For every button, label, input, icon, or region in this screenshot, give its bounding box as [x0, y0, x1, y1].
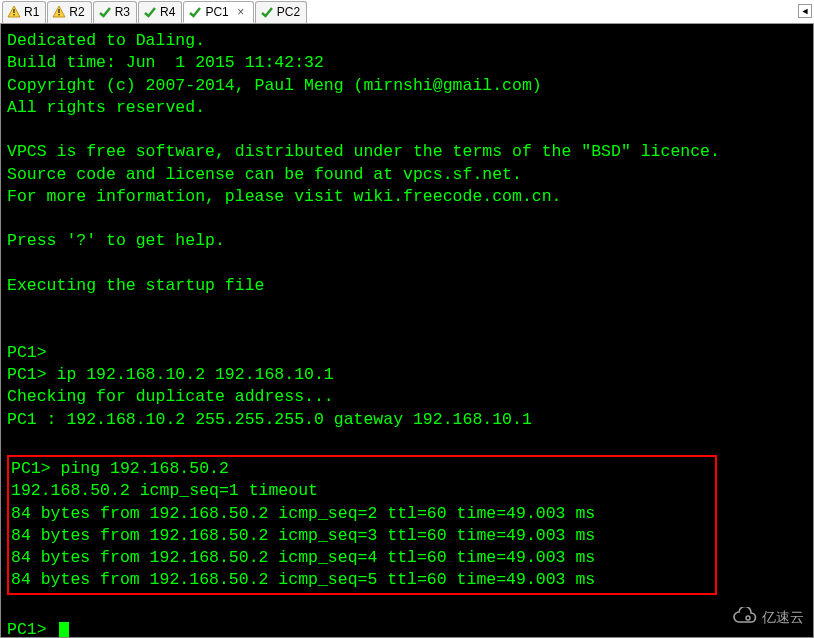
tab-r2[interactable]: R2	[47, 1, 91, 23]
svg-rect-2	[13, 14, 14, 15]
terminal-line: Source code and license can be found at …	[7, 164, 807, 186]
terminal-line: Press '?' to get help.	[7, 230, 807, 252]
terminal-line	[7, 253, 807, 275]
check-icon	[98, 5, 112, 19]
terminal-line	[7, 597, 807, 619]
tab-scroll-left-button[interactable]: ◄	[798, 4, 812, 18]
terminal-line: 84 bytes from 192.168.50.2 icmp_seq=5 tt…	[11, 569, 713, 591]
terminal-line: 84 bytes from 192.168.50.2 icmp_seq=4 tt…	[11, 547, 713, 569]
warning-icon	[52, 5, 66, 19]
svg-point-6	[746, 616, 750, 620]
tab-label: R2	[69, 5, 84, 19]
tab-label: PC1	[205, 5, 228, 19]
watermark: 亿速云	[732, 607, 804, 628]
svg-rect-1	[13, 9, 14, 13]
close-icon[interactable]: ×	[235, 5, 247, 19]
terminal-prompt-line: PC1>	[7, 619, 807, 638]
terminal-line: Dedicated to Daling.	[7, 30, 807, 52]
terminal-line: 192.168.50.2 icmp_seq=1 timeout	[11, 480, 713, 502]
terminal-prompt: PC1>	[7, 620, 57, 638]
terminal-line: Checking for duplicate address...	[7, 386, 807, 408]
terminal-line	[7, 297, 807, 319]
check-icon	[260, 5, 274, 19]
terminal-line: For more information, please visit wiki.…	[7, 186, 807, 208]
terminal-line	[7, 119, 807, 141]
svg-rect-5	[59, 14, 60, 15]
tab-label: R1	[24, 5, 39, 19]
terminal-line: PC1> ping 192.168.50.2	[11, 458, 713, 480]
terminal-line: 84 bytes from 192.168.50.2 icmp_seq=3 tt…	[11, 525, 713, 547]
terminal-line: Executing the startup file	[7, 275, 807, 297]
tab-bar: R1R2R3R4PC1×PC2◄	[0, 0, 814, 24]
terminal-line	[7, 319, 807, 341]
tab-pc2[interactable]: PC2	[255, 1, 307, 23]
tab-pc1[interactable]: PC1×	[183, 1, 253, 23]
check-icon	[143, 5, 157, 19]
warning-icon	[7, 5, 21, 19]
tab-label: PC2	[277, 5, 300, 19]
terminal-line	[7, 431, 807, 453]
tab-label: R3	[115, 5, 130, 19]
terminal-line: PC1 : 192.168.10.2 255.255.255.0 gateway…	[7, 409, 807, 431]
terminal-line: Copyright (c) 2007-2014, Paul Meng (mirn…	[7, 75, 807, 97]
terminal-line	[7, 208, 807, 230]
ping-highlight-box: PC1> ping 192.168.50.2192.168.50.2 icmp_…	[7, 455, 717, 595]
terminal-line: Build time: Jun 1 2015 11:42:32	[7, 52, 807, 74]
tab-r3[interactable]: R3	[93, 1, 137, 23]
terminal-after-block	[7, 597, 807, 619]
terminal-line: All rights reserved.	[7, 97, 807, 119]
terminal-line: PC1> ip 192.168.10.2 192.168.10.1	[7, 364, 807, 386]
terminal-line: 84 bytes from 192.168.50.2 icmp_seq=2 tt…	[11, 503, 713, 525]
terminal-output[interactable]: Dedicated to Daling.Build time: Jun 1 20…	[0, 24, 814, 638]
cloud-icon	[732, 607, 758, 628]
terminal-line: PC1>	[7, 342, 807, 364]
tab-label: R4	[160, 5, 175, 19]
check-icon	[188, 5, 202, 19]
tab-r4[interactable]: R4	[138, 1, 182, 23]
watermark-text: 亿速云	[762, 609, 804, 627]
tab-r1[interactable]: R1	[2, 1, 46, 23]
terminal-intro-block: Dedicated to Daling.Build time: Jun 1 20…	[7, 30, 807, 453]
svg-rect-4	[59, 9, 60, 13]
cursor-icon	[59, 622, 69, 638]
terminal-line: VPCS is free software, distributed under…	[7, 141, 807, 163]
